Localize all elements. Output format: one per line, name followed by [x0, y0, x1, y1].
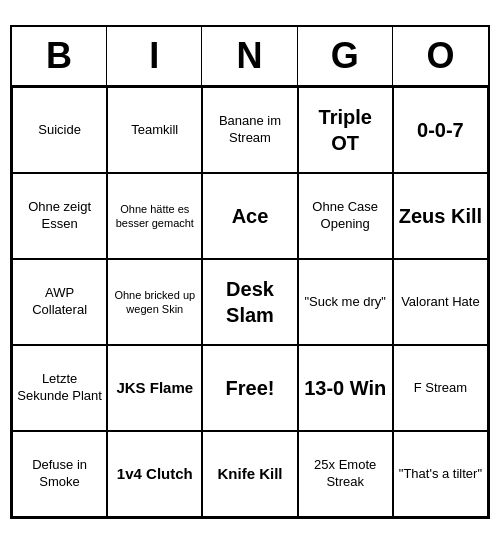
bingo-cell-21[interactable]: 1v4 Clutch	[107, 431, 202, 517]
bingo-cell-22[interactable]: Knife Kill	[202, 431, 297, 517]
bingo-cell-24[interactable]: "That's a tilter"	[393, 431, 488, 517]
bingo-card: B I N G O SuicideTeamkillBanane im Strea…	[10, 25, 490, 519]
bingo-cell-8[interactable]: Ohne Case Opening	[298, 173, 393, 259]
bingo-cell-11[interactable]: Ohne bricked up wegen Skin	[107, 259, 202, 345]
header-b: B	[12, 27, 107, 85]
bingo-cell-5[interactable]: Ohne zeigt Essen	[12, 173, 107, 259]
bingo-cell-10[interactable]: AWP Collateral	[12, 259, 107, 345]
bingo-cell-16[interactable]: JKS Flame	[107, 345, 202, 431]
header-g: G	[298, 27, 393, 85]
bingo-cell-20[interactable]: Defuse in Smoke	[12, 431, 107, 517]
bingo-cell-6[interactable]: Ohne hätte es besser gemacht	[107, 173, 202, 259]
bingo-cell-13[interactable]: "Suck me dry"	[298, 259, 393, 345]
bingo-header: B I N G O	[12, 27, 488, 87]
bingo-cell-19[interactable]: F Stream	[393, 345, 488, 431]
bingo-cell-23[interactable]: 25x Emote Streak	[298, 431, 393, 517]
bingo-cell-17[interactable]: Free!	[202, 345, 297, 431]
bingo-cell-14[interactable]: Valorant Hate	[393, 259, 488, 345]
bingo-cell-9[interactable]: Zeus Kill	[393, 173, 488, 259]
header-o: O	[393, 27, 488, 85]
header-n: N	[202, 27, 297, 85]
bingo-grid: SuicideTeamkillBanane im StreamTriple OT…	[12, 87, 488, 517]
bingo-cell-18[interactable]: 13-0 Win	[298, 345, 393, 431]
bingo-cell-2[interactable]: Banane im Stream	[202, 87, 297, 173]
bingo-cell-3[interactable]: Triple OT	[298, 87, 393, 173]
header-i: I	[107, 27, 202, 85]
bingo-cell-4[interactable]: 0-0-7	[393, 87, 488, 173]
bingo-cell-12[interactable]: Desk Slam	[202, 259, 297, 345]
bingo-cell-1[interactable]: Teamkill	[107, 87, 202, 173]
bingo-cell-7[interactable]: Ace	[202, 173, 297, 259]
bingo-cell-0[interactable]: Suicide	[12, 87, 107, 173]
bingo-cell-15[interactable]: Letzte Sekunde Plant	[12, 345, 107, 431]
